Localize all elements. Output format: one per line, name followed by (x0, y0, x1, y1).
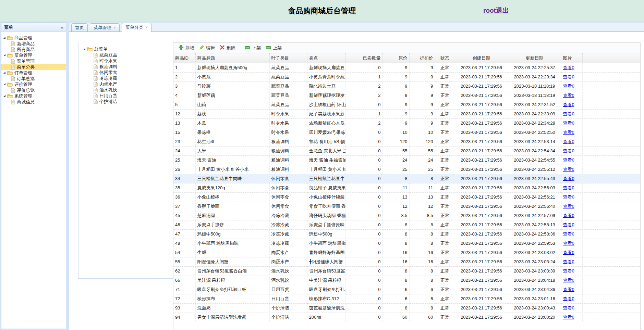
table-row[interactable]: 23花生油4L粮油调料鲁花 食用油 5S 物0120120正常2023-03-2… (173, 137, 640, 146)
column-header-图片[interactable]: 图片 (561, 53, 582, 63)
column-header-叶子类目[interactable]: 叶子类目 (269, 53, 307, 63)
column-header-商品标题[interactable]: 商品标题 (195, 53, 269, 63)
column-header-状态[interactable]: 状态 (435, 53, 455, 63)
category-item-休闲零食[interactable]: 休闲零食 (83, 69, 173, 75)
column-header-创建日期[interactable]: 创建日期 (455, 53, 508, 63)
sidebar-item-菜单管理[interactable]: 菜单管理 (1, 58, 66, 64)
table-row[interactable]: 26十月稻田 黄小米 红谷小米粮油调料十月稻田 黄小米 红02525正常2023… (173, 165, 640, 174)
on-button[interactable]: 上架 (263, 44, 284, 52)
table-row[interactable]: 45芝麻汤圆冷冻冷藏湾仔码头汤圆 香糯08.58.5正常2023-03-21 1… (173, 211, 640, 220)
expand-arrow-icon[interactable] (3, 83, 5, 85)
view-images-link[interactable]: 查看0 (563, 65, 574, 70)
table-row[interactable]: 2小黄瓜蔬菜豆品小黄瓜青瓜时令蔬199正常2023-03-21 17:29:56… (173, 72, 640, 81)
view-images-link[interactable]: 查看0 (563, 84, 574, 89)
expand-arrow-icon[interactable] (83, 48, 85, 50)
view-images-link[interactable]: 查看0 (563, 194, 574, 200)
table-row[interactable]: 4新鲜莲藕蔬菜豆品新鲜莲藕现挖现发299正常2023-03-21 17:29:5… (173, 91, 640, 100)
view-images-link[interactable]: 查看0 (563, 287, 574, 292)
table-row[interactable]: 15果冻橙时令水果四川爱媛38号果冻01010正常2023-03-21 17:2… (173, 128, 640, 137)
expand-arrow-icon[interactable] (3, 54, 5, 56)
view-images-link[interactable]: 查看0 (563, 204, 574, 209)
sidebar-item-新增商品[interactable]: 新增商品 (1, 41, 66, 47)
table-row[interactable]: 5山药蔬菜豆品沙土铁棍山药 怀山099正常2023-03-21 17:29:56… (173, 100, 640, 109)
table-row[interactable]: 94男女士深层清洁型洗发露个护清洁200ml06060正常2023-03-21 … (173, 313, 640, 322)
table-row[interactable]: 55阳澄佳缘大闸蟹肉蛋水产╋阳澄佳缘大闸蟹01616正常2023-03-21 1… (173, 257, 640, 266)
table-row[interactable]: 71吸盘牙刷架免打孔漱口杯日用百货吸盘牙刷架免打孔066正常2023-03-21… (173, 285, 640, 294)
view-images-link[interactable]: 查看0 (563, 130, 574, 135)
expand-arrow-icon[interactable] (3, 37, 5, 39)
view-images-link[interactable]: 查看0 (563, 250, 574, 255)
table-row[interactable]: 54生鲜肉蛋水产青虾鲜虾海虾基围01616正常2023-03-21 17:29:… (173, 248, 640, 257)
tab-首页[interactable]: 首页 (71, 23, 88, 32)
sidebar-folder-系统管理[interactable]: 系统管理 (1, 93, 66, 99)
view-images-link[interactable]: 查看0 (563, 268, 574, 274)
view-images-link[interactable]: 查看0 (563, 120, 574, 126)
off-button[interactable]: 下架 (242, 44, 263, 52)
table-row[interactable]: 24大米粮油调料金龙鱼 东北大米 兰05555正常2023-03-21 17:2… (173, 146, 640, 155)
table-row[interactable]: 12荔枝时令水果妃子笑荔枝水果新199正常2023-03-21 17:29:56… (173, 109, 640, 118)
view-images-link[interactable]: 查看0 (563, 315, 574, 320)
view-images-link[interactable]: 查看0 (563, 296, 574, 301)
category-item-冷冻冷藏[interactable]: 冷冻冷藏 (83, 75, 173, 81)
table-row[interactable]: 35夏威夷果120g休闲零食良品铺子 夏威夷果01111正常2023-03-21… (173, 183, 640, 192)
category-item-肉蛋水产[interactable]: 肉蛋水产 (83, 81, 173, 87)
table-row[interactable]: 62贵州茅台镇53度酱香白酒酒水乳饮贵州茅台镇53度酱088正常2023-03-… (173, 266, 640, 276)
expand-arrow-icon[interactable] (3, 72, 5, 74)
column-header-更新日期[interactable]: 更新日期 (508, 53, 561, 63)
table-row[interactable]: 93洗面奶个护清洁茵芭氨基酸清肌洗088正常2023-03-21 17:29:5… (173, 303, 640, 313)
table-row[interactable]: 1新鲜现摘大扁芸豆角500g蔬菜豆品新鲜现摘大扁芸豆099正常2023-03-2… (173, 63, 640, 72)
edit-button[interactable]: 编辑 (197, 44, 217, 52)
view-images-link[interactable]: 查看0 (563, 167, 574, 172)
view-images-link[interactable]: 查看0 (563, 74, 574, 79)
sidebar-item-评价总览[interactable]: 评价总览 (1, 87, 66, 93)
view-images-link[interactable]: 查看0 (563, 305, 574, 310)
table-row[interactable]: 13木瓜时令水果农场新鲜红心木瓜299正常2023-03-21 17:29:56… (173, 118, 640, 128)
table-row[interactable]: 34三只松鼠兰花豆牛肉味休闲零食三只松鼠兰花豆牛088正常2023-03-21 … (173, 174, 640, 183)
table-row[interactable]: 66美汁源 果粒橙酒水乳饮中美汁源 果粒橙088正常2023-03-21 17:… (173, 276, 640, 285)
expand-arrow-icon[interactable] (3, 95, 5, 97)
view-images-link[interactable]: 查看0 (563, 157, 574, 163)
sidebar-folder-订单管理[interactable]: 订单管理 (1, 70, 66, 76)
tab-菜单管理[interactable]: 菜单管理× (90, 23, 120, 32)
table-row[interactable]: 48小牛凯西 鸡块黑椒味冷冻冷藏小牛凯西 鸡块黑椒088正常2023-03-21… (173, 239, 640, 248)
tab-菜单分类[interactable]: 菜单分类× (122, 23, 151, 32)
table-row[interactable]: 47鸡翅中500g冷冻冷藏鸡翅中500g088正常2023-03-21 17:2… (173, 229, 640, 239)
column-header-已卖数量[interactable]: 已卖数量 (345, 53, 382, 63)
tab-close-icon[interactable]: × (145, 25, 148, 30)
table-row[interactable]: 37香酥干脆面休闲零食零食干吃方便面 香01212正常2023-03-21 17… (173, 202, 640, 211)
sidebar-folder-菜单管理[interactable]: 菜单管理 (1, 52, 66, 58)
sidebar-item-商城信息[interactable]: 商城信息 (1, 99, 66, 105)
category-root-node[interactable]: 总菜单 (83, 46, 173, 52)
add-button[interactable]: 新增 (176, 44, 197, 52)
view-images-link[interactable]: 查看0 (563, 222, 574, 227)
tab-close-icon[interactable]: × (113, 25, 116, 30)
view-images-link[interactable]: 查看0 (563, 139, 574, 144)
view-images-link[interactable]: 查看0 (563, 148, 574, 153)
table-row[interactable]: 25海天 酱油粮油调料海天 酱油 生抽酱油02424正常2023-03-21 1… (173, 155, 640, 165)
view-images-link[interactable]: 查看0 (563, 241, 574, 246)
view-images-link[interactable]: 查看0 (563, 259, 574, 264)
view-images-link[interactable]: 查看0 (563, 278, 574, 283)
view-images-link[interactable]: 查看0 (563, 111, 574, 116)
column-header-折扣价[interactable]: 折扣价 (409, 53, 435, 63)
category-item-日用百货[interactable]: 日用百货 (83, 93, 173, 99)
view-images-link[interactable]: 查看0 (563, 102, 574, 107)
sidebar-item-菜单分类[interactable]: 菜单分类 (1, 64, 66, 70)
view-images-link[interactable]: 查看0 (563, 185, 574, 190)
delete-button[interactable]: 删除 (217, 44, 238, 52)
category-item-个护清洁[interactable]: 个护清洁 (83, 99, 173, 104)
sidebar-folder-评价管理[interactable]: 评价管理 (1, 81, 66, 87)
column-header-原价[interactable]: 原价 (382, 53, 409, 63)
category-item-时令水果[interactable]: 时令水果 (83, 58, 173, 64)
table-row[interactable]: 72棱形抹布日用百货棱形抹布C-312066正常2023-03-21 17:29… (173, 294, 640, 303)
sidebar-item-所有商品[interactable]: 所有商品 (1, 47, 66, 52)
column-header-卖点[interactable]: 卖点 (307, 53, 345, 63)
view-images-link[interactable]: 查看0 (563, 231, 574, 237)
sidebar-item-订单总览[interactable]: 订单总览 (1, 76, 66, 81)
view-images-link[interactable]: 查看0 (563, 176, 574, 181)
view-images-link[interactable]: 查看0 (563, 93, 574, 98)
view-images-link[interactable]: 查看0 (563, 213, 574, 218)
collapse-panel-icon[interactable]: « (61, 25, 63, 30)
column-header-商品ID[interactable]: 商品ID (173, 53, 195, 63)
category-item-蔬菜豆品[interactable]: 蔬菜豆品 (83, 52, 173, 58)
